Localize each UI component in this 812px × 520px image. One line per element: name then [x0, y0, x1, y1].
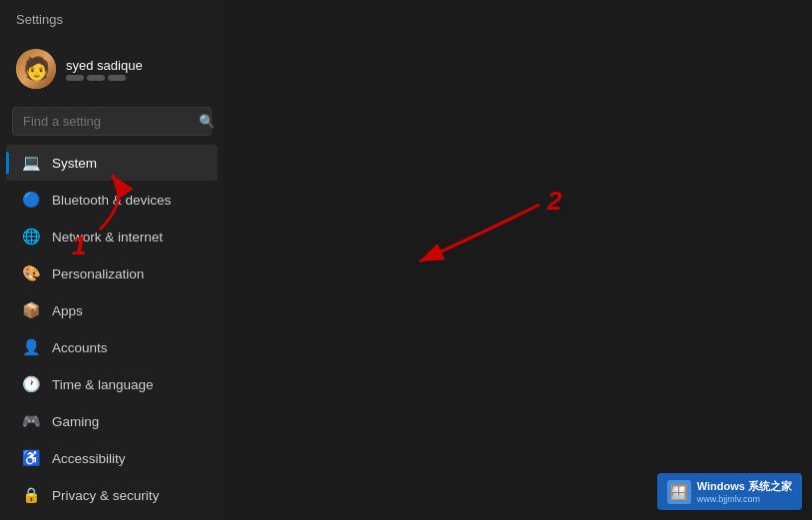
sidebar-item-time-label: Time & language — [52, 377, 154, 392]
svg-text:2: 2 — [546, 186, 562, 216]
sidebar-item-system[interactable]: 💻 System — [6, 145, 218, 181]
sidebar-item-gaming[interactable]: 🎮 Gaming — [6, 403, 218, 439]
sidebar-item-apps-label: Apps — [52, 303, 83, 318]
sidebar-item-privacy[interactable]: 🔒 Privacy & security — [6, 477, 218, 513]
search-input[interactable] — [23, 114, 191, 129]
watermark-url: www.bjjmlv.com — [697, 494, 792, 504]
bluetooth-icon: 🔵 — [22, 191, 40, 209]
sidebar-item-time[interactable]: 🕐 Time & language — [6, 366, 218, 402]
network-icon: 🌐 — [22, 228, 40, 246]
gaming-icon: 🎮 — [22, 412, 40, 430]
watermark-icon: 🪟 — [667, 480, 691, 504]
accounts-icon: 👤 — [22, 338, 40, 356]
sidebar-item-accessibility[interactable]: ♿ Accessibility — [6, 440, 218, 476]
apps-icon: 📦 — [22, 301, 40, 319]
watermark-text: Windows 系统之家 — [697, 479, 792, 494]
sidebar-item-personalization-label: Personalization — [52, 266, 144, 281]
sidebar-item-accessibility-label: Accessibility — [52, 451, 126, 466]
sidebar-item-apps[interactable]: 📦 Apps — [6, 292, 218, 328]
privacy-icon: 🔒 — [22, 486, 40, 504]
sidebar-item-bluetooth[interactable]: 🔵 Bluetooth & devices — [6, 182, 218, 218]
sidebar: Settings 🧑 syed sadique 🔍 � — [0, 0, 224, 520]
sidebar-header: Settings — [0, 0, 224, 39]
avatar: 🧑 — [16, 49, 56, 89]
user-status-dot3 — [108, 75, 126, 81]
sidebar-item-personalization[interactable]: 🎨 Personalization — [6, 256, 218, 291]
sidebar-item-accounts-label: Accounts — [52, 340, 108, 355]
sidebar-item-system-label: System — [52, 156, 97, 171]
sidebar-item-gaming-label: Gaming — [52, 414, 99, 429]
user-info: syed sadique — [66, 58, 143, 81]
search-box[interactable]: 🔍 — [12, 107, 212, 136]
accessibility-icon: ♿ — [22, 449, 40, 467]
sidebar-item-privacy-label: Privacy & security — [52, 488, 159, 503]
system-icon: 💻 — [22, 154, 40, 172]
user-profile[interactable]: 🧑 syed sadique — [0, 39, 224, 99]
time-icon: 🕐 — [22, 375, 40, 393]
nav-items: 💻 System 🔵 Bluetooth & devices 🌐 Network… — [0, 144, 224, 520]
personalization-icon: 🎨 — [22, 264, 40, 282]
window-title: Settings — [16, 12, 63, 27]
sidebar-item-bluetooth-label: Bluetooth & devices — [52, 193, 171, 208]
sidebar-item-update[interactable]: 🔄 Windows Update — [6, 514, 218, 520]
user-name: syed sadique — [66, 58, 143, 73]
user-status-dot — [66, 75, 84, 81]
sidebar-item-accounts[interactable]: 👤 Accounts — [6, 329, 218, 365]
sidebar-item-network[interactable]: 🌐 Network & internet — [6, 219, 218, 255]
search-icon: 🔍 — [199, 114, 215, 129]
user-status-dot2 — [87, 75, 105, 81]
sidebar-item-network-label: Network & internet — [52, 230, 163, 245]
watermark: 🪟 Windows 系统之家 www.bjjmlv.com — [657, 473, 802, 510]
